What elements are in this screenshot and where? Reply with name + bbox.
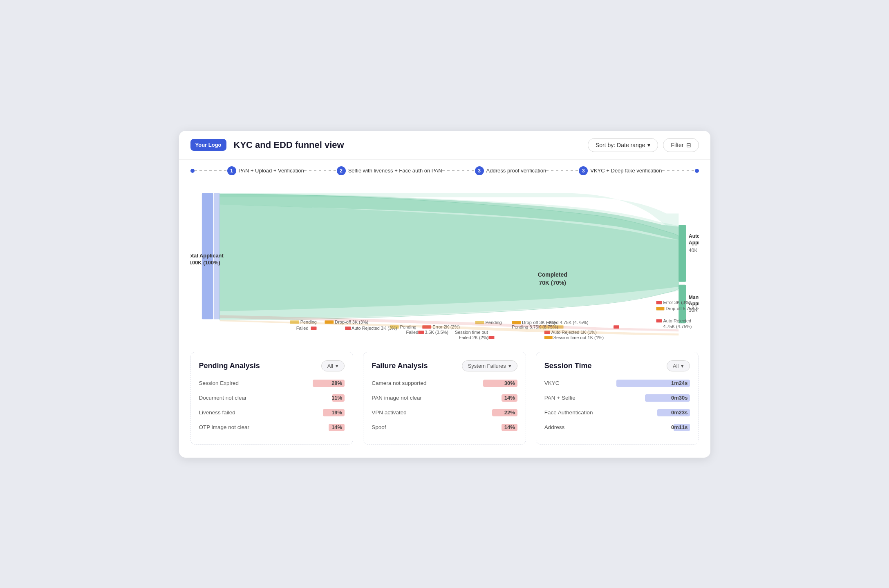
step-num-1: 1 (227, 166, 236, 175)
bar-wrap: 22% (437, 408, 517, 417)
chevron-down-icon: ▾ (647, 142, 650, 148)
session-panel-title: Session Time (544, 362, 592, 370)
failure-analysis-panel: Failure Analysis System Failures ▾ Camer… (363, 352, 526, 445)
row-label: Document not clear (199, 395, 264, 401)
svg-text:Failed: Failed (296, 326, 308, 331)
filter-button[interactable]: Filter ⊟ (663, 138, 699, 152)
bar-wrap: 14% (437, 393, 517, 402)
svg-text:Manual: Manual (689, 294, 699, 300)
list-item: PAN + Selfie 0m30s (544, 393, 690, 402)
failure-filter-button[interactable]: System Failures ▾ (462, 360, 517, 371)
list-item: Liveness failed 19% (199, 408, 345, 417)
svg-text:4.75K (4.75%): 4.75K (4.75%) (663, 324, 692, 329)
svg-rect-47 (656, 307, 664, 310)
filter-icon: ⊟ (686, 142, 691, 148)
step-item-1[interactable]: 1 PAN + Upload + Verification (227, 166, 304, 175)
svg-rect-25 (512, 321, 521, 324)
svg-text:Completed: Completed (537, 271, 567, 277)
sort-label: Sort by: Date range (596, 142, 645, 148)
list-item: Camera not supported 30% (372, 379, 517, 388)
row-label: Camera not supported (372, 380, 437, 386)
svg-text:Failed 2K (2%): Failed 2K (2%) (459, 335, 488, 340)
pending-filter-button[interactable]: All ▾ (321, 360, 345, 371)
svg-rect-49 (656, 319, 662, 322)
svg-text:Error 3K (3%): Error 3K (3%) (663, 300, 690, 305)
list-item: VPN activated 22% (372, 408, 517, 417)
svg-rect-36 (488, 336, 494, 339)
pending-analysis-panel: Pending Analysis All ▾ Session Expired 2… (190, 352, 354, 445)
svg-text:Drop-off  5.75K (5.75%): Drop-off 5.75K (5.75%) (665, 306, 699, 311)
row-label: Liveness failed (199, 409, 264, 416)
svg-text:3.5K (3.5%): 3.5K (3.5%) (425, 330, 448, 335)
bar-wrap: 0m11s (610, 423, 690, 432)
step-item-2[interactable]: 2 Selfie with liveness + Face auth on PA… (337, 166, 442, 175)
step-line-2 (304, 170, 337, 171)
bar-value: 0m23s (671, 409, 687, 416)
chevron-down-icon-failure: ▾ (508, 363, 511, 369)
pending-panel-title: Pending Analysis (199, 362, 260, 370)
pending-rows: Session Expired 28% Document not clear 1… (199, 379, 345, 432)
pending-panel-header: Pending Analysis All ▾ (199, 360, 345, 371)
bar-value: 14% (504, 424, 515, 430)
filter-label: Filter (671, 142, 683, 148)
svg-text:40K (40%): 40K (40%) (689, 248, 699, 253)
step-dot-start (190, 169, 195, 173)
step-label-4: VKYC + Deep fake verification (590, 168, 662, 174)
svg-rect-31 (418, 331, 424, 334)
step-line-4 (546, 170, 579, 171)
session-filter-button[interactable]: All ▾ (667, 360, 690, 371)
bar-value: 19% (331, 409, 342, 416)
list-item: Spoof 14% (372, 423, 517, 432)
step-label-2: Selfie with liveness + Face auth on PAN (348, 168, 442, 174)
svg-rect-29 (345, 326, 351, 330)
row-label: Spoof (372, 424, 437, 430)
svg-text:Auto Rejected: Auto Rejected (663, 318, 691, 323)
bar-value: 14% (331, 424, 342, 430)
bar-value: 14% (504, 395, 515, 401)
step-item-3[interactable]: 3 Address proof verification (475, 166, 546, 175)
svg-rect-27 (311, 326, 316, 330)
bar-value: 28% (331, 380, 342, 386)
svg-text:70K (70%): 70K (70%) (539, 279, 566, 286)
svg-rect-45 (656, 301, 662, 304)
failure-rows: Camera not supported 30% PAN image not c… (372, 379, 517, 432)
bar-wrap: 28% (264, 379, 345, 388)
row-label: VKYC (544, 380, 610, 386)
session-filter-label: All (673, 363, 679, 369)
svg-text:100K (100%): 100K (100%) (190, 259, 220, 265)
sort-button[interactable]: Sort by: Date range ▾ (588, 138, 658, 152)
bar-wrap: 11% (264, 393, 345, 402)
bar-wrap: 19% (264, 408, 345, 417)
session-rows: VKYC 1m24s PAN + Selfie 0m30s Face Authe… (544, 379, 690, 432)
bar-wrap: 14% (437, 423, 517, 432)
chevron-down-icon-session: ▾ (681, 363, 684, 369)
page-title: KYC and EDD funnel view (234, 140, 588, 150)
failure-panel-title: Failure Analysis (372, 362, 428, 370)
svg-rect-7 (679, 225, 686, 282)
row-label: Face Authentication (544, 409, 610, 416)
failure-filter-label: System Failures (468, 363, 506, 369)
list-item: PAN image not clear 14% (372, 393, 517, 402)
step-num-3: 3 (475, 166, 484, 175)
step-label-3: Address proof verification (486, 168, 546, 174)
funnel-area: Completed 70K (70%) Total Applicant 100K… (179, 179, 710, 342)
list-item: Document not clear 11% (199, 393, 345, 402)
bar-value: 1m24s (671, 380, 687, 386)
session-time-panel: Session Time All ▾ VKYC 1m24s PAN + Self… (536, 352, 699, 445)
bar-value: 0m11s (671, 424, 687, 430)
bar-wrap: 0m23s (610, 408, 690, 417)
svg-text:Session time out  1K (1%): Session time out 1K (1%) (553, 335, 603, 340)
svg-text:Auto: Auto (689, 233, 699, 239)
svg-text:Session time out: Session time out (455, 330, 488, 335)
row-label: Address (544, 424, 610, 430)
row-label: PAN image not clear (372, 395, 437, 401)
bar-wrap: 1m24s (610, 379, 690, 388)
bar-value: 11% (331, 395, 342, 401)
row-label: Session Expired (199, 380, 264, 386)
row-label: VPN activated (372, 409, 437, 416)
session-panel-header: Session Time All ▾ (544, 360, 690, 371)
list-item: OTP image not clear 14% (199, 423, 345, 432)
svg-text:Auto Rejected 3K (3%): Auto Rejected 3K (3%) (352, 326, 397, 331)
step-item-4[interactable]: 3 VKYC + Deep fake verification (579, 166, 662, 175)
analysis-panels: Pending Analysis All ▾ Session Expired 2… (179, 342, 710, 445)
